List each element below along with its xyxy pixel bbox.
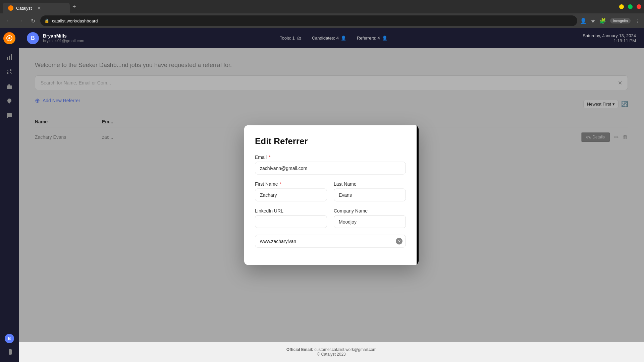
menu-icon[interactable]: ⋮ [635, 18, 640, 24]
window-controls [619, 4, 641, 9]
browser-titlebar: Catalyst ✕ + [0, 0, 644, 13]
bookmark-icon[interactable]: ★ [591, 18, 595, 24]
lightbulb-icon [6, 98, 13, 105]
sidebar-bottom: B [3, 334, 15, 358]
maximize-button[interactable] [628, 4, 633, 9]
footer-email-row: Official Email: customer.catalist.work@g… [24, 347, 639, 352]
linkedin-input[interactable] [255, 216, 327, 228]
sidebar-item-jobs[interactable] [3, 80, 15, 93]
referrers-stat: Referrers: 4 👤 [357, 36, 387, 41]
user-email: bry.mills01@gmail.com [43, 39, 84, 43]
url-clear-button[interactable]: ✕ [396, 238, 402, 245]
main-inner: Welcome to the Seeker Dashb... nd jobs y… [19, 48, 644, 342]
header-date: Saturday, January 13, 2024 [583, 33, 636, 38]
bar-chart-icon [6, 54, 13, 60]
tab-close-button[interactable]: ✕ [37, 5, 41, 11]
logo-icon [6, 35, 13, 42]
company-input[interactable] [334, 216, 406, 228]
svg-rect-3 [9, 56, 10, 60]
modal-title: Edit Referrer [255, 136, 406, 146]
url-input[interactable] [255, 235, 406, 248]
footer-email-label: Official Email: [286, 347, 313, 352]
svg-point-1 [8, 37, 10, 39]
app-container: B B BryanMills bry.mills01@gmail.com [0, 28, 644, 362]
sidebar-user-avatar[interactable]: B [5, 334, 14, 343]
footer-email-value: customer.catalist.work@gmail.com [314, 347, 376, 352]
name-row: First Name * Last Name [255, 181, 406, 208]
company-label: Company Name [334, 208, 406, 214]
url-form-group: ✕ [255, 235, 406, 248]
linkedin-label: LinkedIn URL [255, 208, 327, 214]
address-bar-url: catalist.work/dashboard [52, 18, 98, 23]
url-input-wrapper: ✕ [255, 235, 406, 248]
sidebar-logo [3, 32, 15, 44]
main-content: B BryanMills bry.mills01@gmail.com Tools… [19, 28, 644, 362]
sidebar-item-analytics[interactable] [3, 51, 15, 63]
tab-title: Catalyst [16, 6, 32, 11]
last-name-form-group: Last Name [334, 181, 406, 201]
tab-favicon [8, 5, 13, 11]
briefcase-icon [6, 83, 13, 90]
tools-icon [6, 68, 13, 75]
footer-copyright: © Catalyst 2023 [24, 352, 639, 357]
candidates-stat-label: Candidates: 4 [312, 36, 339, 41]
email-label: Email * [255, 155, 406, 160]
edit-referrer-modal: Edit Referrer Email * First Name [244, 125, 419, 265]
user-details: BryanMills bry.mills01@gmail.com [43, 33, 84, 43]
back-button[interactable]: ← [4, 16, 13, 25]
browser-actions: 👤 ★ 🧩 Incognito ⋮ [580, 18, 640, 24]
svg-rect-4 [11, 54, 12, 60]
user-avatar: B [27, 32, 39, 44]
first-name-required-marker: * [280, 181, 281, 187]
svg-rect-5 [7, 85, 12, 89]
last-name-input[interactable] [334, 189, 406, 201]
browser-chrome: Catalyst ✕ + ← → ↻ 🔒 catalist.work/dashb… [0, 0, 644, 28]
first-name-input[interactable] [255, 189, 327, 201]
tools-stat-label: Tools: 1 [280, 36, 295, 41]
referrers-stat-icon: 👤 [382, 36, 387, 41]
incognito-badge: Incognito [610, 18, 631, 23]
new-tab-button[interactable]: + [72, 3, 76, 10]
logout-icon [6, 349, 13, 355]
minimize-button[interactable] [619, 4, 624, 9]
email-required-marker: * [269, 155, 270, 160]
close-window-button[interactable] [637, 4, 641, 9]
header-stats: Tools: 1 🗂 Candidates: 4 👤 Referrers: 4 … [280, 36, 387, 41]
address-bar[interactable]: 🔒 catalist.work/dashboard [40, 15, 577, 26]
linkedin-company-row: LinkedIn URL Company Name [255, 208, 406, 235]
candidates-stat-icon: 👤 [341, 36, 346, 41]
browser-tab[interactable]: Catalyst ✕ [3, 3, 70, 13]
company-form-group: Company Name [334, 208, 406, 228]
header-time: 1:19:11 PM [583, 38, 636, 43]
chat-icon [6, 113, 13, 119]
app-header: B BryanMills bry.mills01@gmail.com Tools… [19, 28, 644, 48]
sidebar-item-tips[interactable] [3, 95, 15, 107]
left-sidebar: B [0, 28, 19, 362]
user-name: BryanMills [43, 33, 84, 39]
email-input[interactable] [255, 162, 406, 175]
browser-toolbar: ← → ↻ 🔒 catalist.work/dashboard 👤 ★ 🧩 In… [0, 13, 644, 28]
lock-icon: 🔒 [44, 18, 49, 23]
reload-button[interactable]: ↻ [28, 16, 38, 25]
linkedin-form-group: LinkedIn URL [255, 208, 327, 228]
sidebar-item-tools[interactable] [3, 66, 15, 78]
forward-button[interactable]: → [16, 16, 25, 25]
svg-rect-2 [7, 57, 8, 60]
user-info: B BryanMills bry.mills01@gmail.com [27, 32, 84, 44]
email-form-group: Email * [255, 155, 406, 175]
sidebar-item-messages[interactable] [3, 110, 15, 122]
first-name-label: First Name * [255, 181, 327, 187]
profile-icon[interactable]: 👤 [580, 18, 587, 24]
extension-icon[interactable]: 🧩 [599, 18, 606, 24]
candidates-stat: Candidates: 4 👤 [312, 36, 346, 41]
modal-content: Edit Referrer Email * First Name [244, 125, 417, 265]
tools-stat-icon: 🗂 [297, 36, 301, 41]
first-name-form-group: First Name * [255, 181, 327, 201]
last-name-label: Last Name [334, 181, 406, 187]
modal-scrollbar[interactable] [417, 125, 419, 265]
footer: Official Email: customer.catalist.work@g… [19, 342, 644, 362]
header-datetime: Saturday, January 13, 2024 1:19:11 PM [583, 33, 636, 43]
sidebar-logout-button[interactable] [3, 346, 15, 358]
referrers-stat-label: Referrers: 4 [357, 36, 380, 41]
tools-stat: Tools: 1 🗂 [280, 36, 301, 41]
